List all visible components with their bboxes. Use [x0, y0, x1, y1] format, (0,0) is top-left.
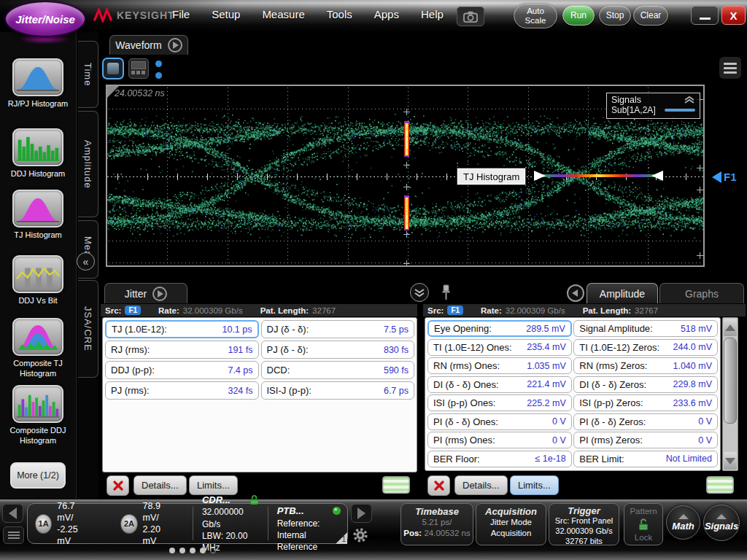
- measurement-cell[interactable]: RN (rms) Ones:1.035 mV: [427, 357, 572, 374]
- single-pane-layout-button[interactable]: [102, 58, 124, 79]
- src-badge[interactable]: F1: [447, 306, 463, 315]
- cdr-status[interactable]: CDR... 32.000000 Gb/sLBW: 20.00 MHz: [196, 492, 265, 555]
- amplitude-limits-button[interactable]: Limits...: [510, 475, 559, 495]
- measurement-cell[interactable]: PJ (δ - δ):830 fs: [261, 341, 415, 359]
- waveform-menu-button[interactable]: [719, 57, 741, 79]
- menu-tools[interactable]: Tools: [327, 8, 352, 20]
- multi-pane-layout-button[interactable]: [128, 58, 149, 79]
- measurement-cell[interactable]: BER Floor:≤ 1e-18: [427, 451, 572, 467]
- measurement-cell[interactable]: TJ (1.0E-12):10.1 ps: [105, 320, 259, 338]
- clear-button[interactable]: Clear: [633, 5, 668, 26]
- measurement-cell[interactable]: BER Limit:Not Limited: [573, 451, 718, 467]
- measurement-cell[interactable]: PJ (rms):324 fs: [105, 381, 259, 400]
- scroll-down-button[interactable]: [724, 452, 737, 470]
- play-circle-icon[interactable]: [152, 287, 167, 301]
- math-button[interactable]: Math: [666, 505, 700, 540]
- timebase-panel[interactable]: Timebase 5.21 ps/ Pos: 24.00532 ns: [400, 503, 473, 545]
- page-dot[interactable]: [210, 548, 216, 553]
- eye-diagram-plot[interactable]: 24.00532 ns Signals Sub[1A,2A] TJ Histog…: [106, 85, 705, 267]
- measurement-cell[interactable]: Eye Opening:289.5 mV: [427, 320, 572, 337]
- minimize-button[interactable]: [691, 6, 719, 25]
- menu-apps[interactable]: Apps: [374, 8, 399, 20]
- scroll-up-button[interactable]: [724, 319, 737, 336]
- amplitude-delete-button[interactable]: [427, 475, 450, 496]
- screenshot-button[interactable]: [457, 7, 484, 26]
- pattern-lock-button[interactable]: Pattern Lock: [624, 503, 663, 545]
- measurement-cell[interactable]: TI (1.0E-12) Ones:235.4 mV: [427, 339, 572, 356]
- page-dot[interactable]: [190, 548, 196, 553]
- jitter-details-button[interactable]: Details...: [133, 475, 187, 495]
- amplitude-back-button[interactable]: [567, 284, 584, 302]
- sidebar-item-rj-pj-histogram[interactable]: RJ/PJ Histogram: [0, 58, 76, 109]
- measurement-cell[interactable]: DI (δ - δ) Zeros:229.8 mV: [573, 376, 718, 393]
- waveform-tab[interactable]: Waveform: [109, 35, 188, 55]
- channel-2a-status[interactable]: 2A 78.9 mV/2.20 mV: [113, 500, 181, 548]
- signals-button[interactable]: Signals: [703, 505, 740, 541]
- signals-legend[interactable]: Signals Sub[1A,2A]: [606, 93, 700, 119]
- measurement-cell[interactable]: DI (δ - δ) Ones:221.4 mV: [427, 376, 572, 393]
- sidebar-item-composite-ddj-histogram[interactable]: Composite DDJ Histogram: [0, 385, 76, 446]
- src-badge[interactable]: F1: [125, 306, 141, 315]
- measurement-cell[interactable]: ISI (p-p) Zeros:233.6 mV: [573, 394, 718, 411]
- scroll-panels-left-button[interactable]: [2, 504, 23, 523]
- tab-time[interactable]: Time: [78, 41, 98, 108]
- run-button[interactable]: Run: [562, 5, 595, 26]
- measurement-label: TI (1.0E-12) Ones:: [433, 342, 512, 353]
- measurement-cell[interactable]: PI (δ - δ) Ones:0 V: [427, 413, 572, 430]
- scrollbar-thumb[interactable]: [724, 338, 737, 424]
- amplitude-table-scrollbar[interactable]: [722, 317, 738, 471]
- amplitude-details-button[interactable]: Details...: [454, 475, 508, 495]
- jitter-panel-tab[interactable]: Jitter: [104, 283, 187, 303]
- menu-measure[interactable]: Measure: [262, 8, 304, 20]
- panel-page-dots[interactable]: [169, 548, 216, 553]
- more-pages-button[interactable]: More (1/2): [10, 462, 66, 489]
- auto-scale-button[interactable]: AutoScale: [514, 3, 557, 28]
- panel-list-button[interactable]: [3, 526, 24, 544]
- measurement-cell[interactable]: RJ (rms):191 fs: [105, 341, 259, 359]
- app-mode-badge[interactable]: Jitter/Noise: [4, 1, 86, 37]
- scroll-panels-right-button[interactable]: [351, 504, 372, 523]
- sidebar-collapse-button[interactable]: «: [77, 252, 95, 271]
- jitter-delete-button[interactable]: [107, 475, 129, 496]
- acquisition-panel[interactable]: Acquisition Jitter Mode Acquisition: [476, 503, 546, 545]
- measurement-cell[interactable]: DCD:590 fs: [261, 361, 415, 379]
- menu-setup[interactable]: Setup: [212, 8, 240, 20]
- settings-gear-button[interactable]: [351, 526, 370, 545]
- page-dot[interactable]: [169, 548, 175, 553]
- graphs-panel-tab[interactable]: Graphs: [659, 283, 744, 303]
- tab-amplitude[interactable]: Amplitude: [78, 111, 98, 217]
- measurement-cell[interactable]: PI (δ - δ) Zeros:0 V: [573, 413, 718, 430]
- trigger-panel[interactable]: Trigger Src: Front Panel 32.000309 Gb/s …: [549, 503, 619, 545]
- sidebar-item-composite-tj-histogram[interactable]: Composite TJ Histogram: [0, 318, 76, 379]
- sidebar-item-tj-histogram[interactable]: TJ Histogram: [0, 190, 76, 241]
- measurement-cell[interactable]: ISI-J (p-p):6.7 ps: [261, 381, 415, 400]
- amplitude-panel-tab[interactable]: Amplitude: [587, 283, 658, 303]
- sidebar-item-ddj-histogram[interactable]: DDJ Histogram: [0, 128, 76, 179]
- measurement-cell[interactable]: ISI (p-p) Ones:225.2 mV: [427, 394, 572, 411]
- measurement-cell[interactable]: DJ (δ - δ):7.5 ps: [261, 320, 415, 338]
- channel-1a-status[interactable]: 1A 76.7 mV/-2.25 mV: [28, 500, 96, 548]
- measurement-cell[interactable]: Signal Amplitude:518 mV: [573, 320, 718, 337]
- tab-jsa-cre[interactable]: JSA/CRE: [78, 280, 98, 378]
- pane-options-menu[interactable]: [155, 61, 162, 79]
- chevron-up-double-icon[interactable]: [684, 96, 695, 104]
- panel-pin-button[interactable]: [441, 284, 452, 304]
- sidebar-item-ddj-vs-bit[interactable]: DDJ Vs Bit: [0, 255, 76, 306]
- f1-function-marker[interactable]: F1: [712, 171, 737, 183]
- measurement-cell[interactable]: PI (rms) Ones:0 V: [427, 432, 572, 448]
- close-button[interactable]: X: [721, 6, 746, 25]
- measurement-cell[interactable]: PI (rms) Zeros:0 V: [573, 432, 718, 448]
- channels-status-panel[interactable]: 1A 76.7 mV/-2.25 mV 2A 78.9 mV/2.20 mV C…: [27, 503, 348, 544]
- menu-file[interactable]: File: [172, 8, 190, 20]
- stop-button[interactable]: Stop: [599, 5, 631, 26]
- measurement-cell[interactable]: RN (rms) Zeros:1.040 mV: [573, 357, 718, 374]
- measurement-cell[interactable]: DDJ (p-p):7.4 ps: [105, 361, 259, 379]
- tj-histogram-marker-label[interactable]: TJ Histogram: [457, 168, 525, 184]
- panel-collapse-button[interactable]: [410, 283, 429, 302]
- measurement-cell[interactable]: TI (1.0E-12) Zeros:244.0 mV: [573, 339, 718, 356]
- play-circle-icon[interactable]: [168, 38, 182, 52]
- page-dot[interactable]: [200, 548, 206, 553]
- menu-help[interactable]: Help: [421, 8, 444, 20]
- ptb-status[interactable]: PTB... Reference:Internal Reference 1: [271, 503, 347, 544]
- page-dot[interactable]: [179, 548, 185, 553]
